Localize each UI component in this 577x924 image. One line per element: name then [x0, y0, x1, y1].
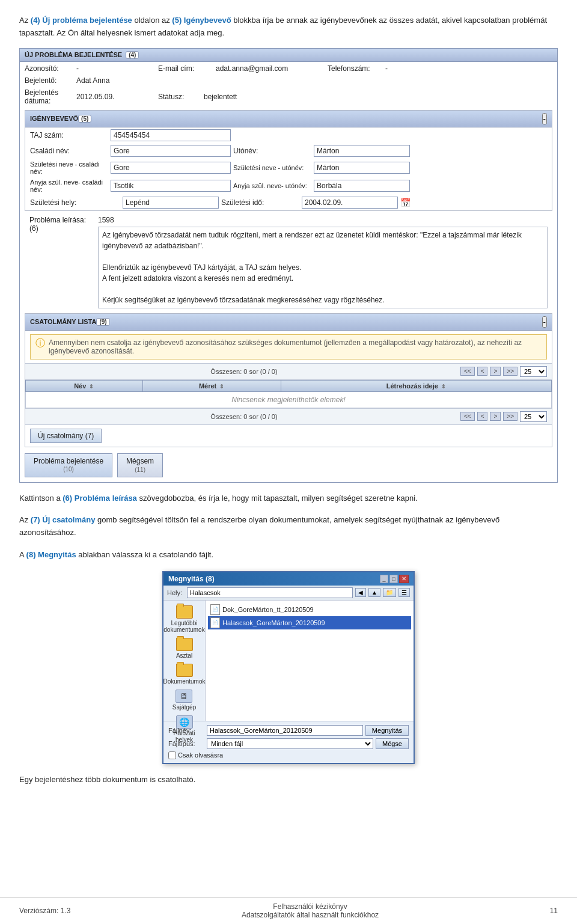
table-first-btn[interactable]: <<: [460, 367, 475, 376]
csatolmany-header: Csatolmány lista (9) -: [25, 314, 552, 331]
table-first-btn-b[interactable]: <<: [460, 412, 475, 421]
table-page-size-top[interactable]: 25 50 100: [520, 366, 547, 377]
table-prev-btn[interactable]: <: [477, 367, 488, 376]
footer-version: Verziószám: 1.3: [19, 907, 70, 915]
computer-icon: 🖥: [176, 690, 192, 703]
col-date-header: Létrehozás ideje ⇕: [281, 380, 551, 391]
readonly-checkbox[interactable]: [168, 751, 176, 759]
szuletesi-utonev-value[interactable]: Márton: [314, 162, 410, 174]
szuletesi-hely-row: Születési hely: Lepénd Születési idő: 20…: [25, 195, 552, 210]
body-para3: A (8) Megnyitás ablakban válassza ki a c…: [19, 549, 558, 561]
col-name-sort[interactable]: ⇕: [89, 384, 94, 390]
dialog-file-item-2[interactable]: 📄 Halascsok_GoreMárton_20120509: [208, 616, 411, 629]
szuletesi-csaladi-value[interactable]: Gore: [111, 162, 231, 174]
azonosito-value: -: [76, 64, 154, 73]
main-panel-badge: (4): [126, 51, 139, 59]
csatolmany-collapse-btn[interactable]: -: [542, 316, 547, 328]
szuletesi-csaladi-label: Születési neve - családi név:: [30, 161, 108, 175]
dialog-minimize-btn[interactable]: _: [380, 575, 388, 583]
dialog-body: Legutóbbi dokumentumok Asztal Dokumentum…: [163, 601, 414, 721]
dialog-toolbar: Hely: ◀ ▲ 📁 ☰: [163, 586, 414, 601]
utonev-label: Utónév:: [233, 147, 311, 155]
dialog-up-btn[interactable]: ▲: [368, 588, 380, 597]
table-controls-bottom: Összesen: 0 sor (0 / 0) << < > >> 25 50 …: [25, 408, 552, 425]
szuletesi-ido-value[interactable]: 2004.02.09.: [302, 197, 398, 209]
dialog-file-item-1[interactable]: 📄 Dok_GoreMárton_tt_20120509: [208, 603, 411, 616]
table-empty-text: Nincsenek megjeleníthetők elemek!: [26, 391, 552, 408]
email-label: E-mail cím:: [158, 64, 212, 73]
dialog-file-list: 📄 Dok_GoreMárton_tt_20120509 📄 Halascsok…: [206, 601, 414, 721]
filetype-select[interactable]: Minden fájl: [207, 738, 373, 749]
problema-text[interactable]: Az igénybevevő törzsadatát nem tudtuk rö…: [98, 227, 548, 308]
taj-label: TAJ szám:: [30, 131, 108, 139]
top-info-section3: Bejelentés dátuma: 2012.05.09. Státusz: …: [20, 87, 557, 108]
dialog-back-btn[interactable]: ◀: [355, 588, 366, 597]
azonosito-label: Azonosító:: [25, 64, 73, 73]
dialog-location-input[interactable]: [187, 587, 353, 598]
dialog-container: Megnyitás (8) _ □ ✕ Hely: ◀ ▲ 📁 ☰: [19, 571, 558, 764]
szuletesi-csaladi-row: Születési neve - családi név: Gore Szüle…: [25, 159, 552, 177]
email-value: adat.anna@gmail.com: [216, 64, 324, 73]
table-prev-btn-b[interactable]: <: [477, 412, 488, 421]
table-next-btn[interactable]: >: [490, 367, 501, 376]
igenybevevo-collapse-btn[interactable]: -: [542, 113, 547, 124]
dialog-view-btn[interactable]: ☰: [398, 588, 410, 597]
cancel-btn[interactable]: Mégse: [376, 738, 409, 749]
igenybevevo-title: IGÉNYBEVEVŐ: [30, 115, 78, 122]
col-name-header: Név ⇕: [26, 380, 143, 391]
table-next-btn-b[interactable]: >: [490, 412, 501, 421]
datum-label: Bejelentés dátuma:: [25, 88, 73, 105]
csaladi-value[interactable]: Gore: [111, 145, 231, 157]
sidebar-documents[interactable]: Dokumentumok: [163, 664, 205, 685]
szuletesi-hely-value[interactable]: Lepénd: [123, 197, 219, 209]
megsem-btn[interactable]: Mégsem (11): [117, 453, 163, 477]
anyja-utonev-value[interactable]: Borbála: [314, 180, 410, 192]
table-page-size-bottom[interactable]: 25 50 100: [520, 411, 547, 422]
open-btn[interactable]: Megnyitás: [365, 725, 409, 736]
dialog-folder-btn[interactable]: 📁: [383, 588, 396, 597]
dialog-location-label: Hely:: [167, 589, 182, 596]
utonev-value[interactable]: Márton: [314, 145, 410, 157]
desktop-icon: [176, 638, 193, 651]
csaladi-label: Családi név:: [30, 147, 108, 155]
dialog-close-btn[interactable]: ✕: [399, 575, 409, 583]
recent-docs-icon: [176, 605, 193, 619]
main-form-panel: Új probléma bejelentése (4) Azonosító: -…: [19, 48, 558, 483]
calendar-icon[interactable]: 📅: [400, 198, 418, 207]
csatolmany-title: Csatolmány lista: [30, 318, 96, 325]
problema-badge: (6): [29, 224, 96, 233]
col-size-sort[interactable]: ⇕: [219, 384, 224, 390]
sidebar-recent-docs[interactable]: Legutóbbi dokumentumok: [163, 605, 204, 633]
table-summary-bottom: Összesen: 0 sor (0 / 0): [30, 413, 458, 420]
filename-input[interactable]: [207, 725, 363, 736]
datum-value: 2012.05.09.: [76, 93, 154, 101]
problema-bejelentese-btn[interactable]: Probléma bejelentése (10): [25, 453, 112, 477]
file-open-dialog: Megnyitás (8) _ □ ✕ Hely: ◀ ▲ 📁 ☰: [162, 571, 415, 764]
sidebar-desktop[interactable]: Asztal: [176, 638, 193, 659]
dialog-maximize-btn[interactable]: □: [389, 575, 398, 583]
col-size-header: Méret ⇕: [142, 380, 281, 391]
table-empty-row: Nincsenek megjeleníthetők elemek!: [26, 391, 552, 408]
filename-row: Fájlnév: Megnyitás: [168, 725, 409, 736]
uj-csatolmany-btn[interactable]: Új csatolmány (7): [30, 429, 102, 443]
igenybevevo-header: IGÉNYBEVEVŐ (5) -: [25, 111, 552, 127]
anyja-value[interactable]: Tsotlik: [111, 180, 231, 192]
dialog-sidebar: Legutóbbi dokumentumok Asztal Dokumentum…: [163, 601, 206, 721]
problema-number: 1598: [98, 216, 548, 224]
main-panel-title: Új probléma bejelentése: [25, 51, 122, 58]
intro-paragraph: Az (4) Új probléma bejelentése oldalon a…: [19, 14, 558, 40]
szuletesi-hely-label: Születési hely:: [30, 198, 120, 207]
dialog-footer: Fájlnév: Megnyitás Fájltípus: Minden fáj…: [163, 721, 414, 763]
filename-label: Fájlnév:: [168, 727, 204, 734]
sidebar-computer[interactable]: 🖥 Sajátgép: [172, 690, 196, 711]
dialog-title: Megnyitás (8): [168, 575, 215, 583]
taj-row: TAJ szám: 454545454: [25, 127, 552, 143]
table-last-btn[interactable]: >>: [503, 367, 517, 376]
col-date-sort[interactable]: ⇕: [441, 384, 446, 390]
igenybevevo-badge: (5): [78, 115, 91, 123]
table-summary-top: Összesen: 0 sor (0 / 0): [30, 368, 458, 375]
bejelento-label: Bejelentő:: [25, 76, 73, 85]
table-last-btn-b[interactable]: >>: [503, 412, 517, 421]
top-info-section: Azonosító: - E-mail cím: adat.anna@gmail…: [20, 62, 557, 75]
footer-subtitle: Adatszolgáltatók által használt funkciók…: [242, 911, 379, 919]
